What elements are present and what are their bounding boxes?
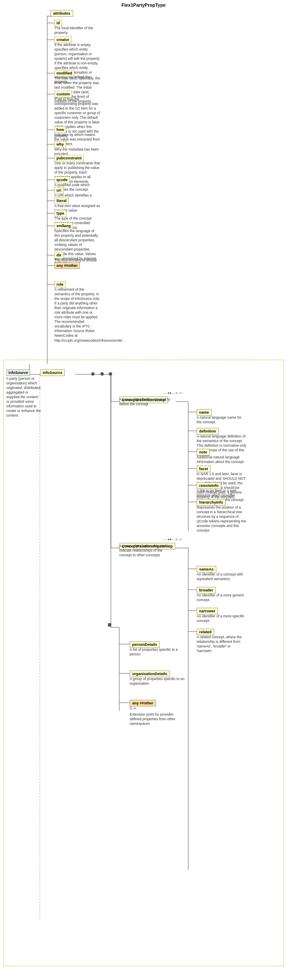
right-note-box: note	[197, 449, 210, 455]
right-hierarchyinfo-box: hierarchyInfo	[197, 499, 226, 506]
attr-how-box: how	[54, 126, 66, 133]
infosource-left-box: infoSource	[6, 369, 30, 376]
attr-role-box: role	[54, 281, 66, 288]
connector-dot-1	[91, 372, 95, 376]
bottom-connector-square	[108, 623, 111, 627]
right-related-desc: A related concept, where the relationshi…	[197, 635, 247, 653]
right-broader-box: broader	[197, 587, 216, 594]
infosource-box: infoSource	[40, 369, 65, 376]
attr-dir-box: dir	[54, 252, 64, 258]
infosource-desc: A party (person or organisation) which o…	[6, 376, 42, 418]
attributes-box: attributes	[50, 10, 73, 17]
concept-def-group-desc: A group of properties required to define…	[119, 397, 174, 407]
right-note-desc: Additional natural language information …	[197, 455, 247, 464]
concept-rel-group-wrapper: ConceptRelationshipsGroup A group of pro…	[119, 543, 174, 557]
right-facet-box: facet	[197, 466, 210, 472]
attr-type-box: type	[54, 210, 67, 217]
attr-id-desc: The local identifier of the property.	[54, 26, 100, 35]
bottom-anyother-desc2: Extension point for provider-defined pro…	[130, 712, 184, 726]
right-name-desc: A natural language name for the concept.	[197, 415, 247, 425]
right-narrower-desc: An identifier of a more specific concept…	[197, 614, 247, 623]
concept-rel-group-desc: A group of properties required to indica…	[119, 544, 174, 558]
attr-qcode-box: qcode	[54, 177, 70, 183]
bottom-anyother-desc: 0..∞	[130, 706, 184, 711]
right-sameas-box: sameAs	[197, 566, 216, 573]
person-details-desc: A list of properties specific to a perso…	[130, 647, 188, 657]
right-narrower-box: narrower	[197, 608, 218, 614]
organisation-details-box: organisationDetails	[130, 670, 170, 677]
attr-custom-box: custom	[54, 91, 72, 97]
attr-why-box: why	[54, 141, 66, 148]
organisation-details-desc: A group of properties specific to an org…	[130, 677, 188, 686]
person-details-box: personDetails	[130, 641, 160, 648]
connector-dot-3	[109, 372, 112, 376]
connector-dot-2	[100, 372, 104, 376]
right-sameas-desc: An identifier of a concept with equivale…	[197, 572, 247, 581]
right-related-box: related	[197, 629, 214, 635]
attr-anyother-box: any ##other	[54, 262, 80, 269]
right-definition-box: definition	[197, 428, 219, 435]
attr-modified-box: modified	[54, 70, 74, 77]
diagram-container: Flex1PartyPropType attributes id The loc…	[0, 0, 287, 980]
attr-creator-box: creator	[54, 36, 72, 43]
right-remoteinfo-box: remoteInfo	[197, 482, 221, 489]
attr-uri-box: uri	[54, 187, 64, 194]
bracket-top	[47, 16, 51, 16]
attr-role-desc: A refinement of the semantics of the pro…	[54, 287, 100, 343]
attr-xmllang-box: xmllang	[54, 223, 73, 229]
concept-def-group-wrapper: ConceptDefinitionGroup A group of proper…	[119, 397, 174, 406]
page-title: Flex1PartyPropType	[0, 3, 287, 8]
right-hierarchyinfo-desc: Represents the position of a concept in …	[197, 505, 247, 533]
rel-group-connector-label: — ●●— 0..∞	[163, 537, 182, 541]
attr-id-box: id	[54, 20, 62, 26]
right-name-box: name	[197, 409, 212, 416]
attr-pubconstraint-box: pubconstraint	[54, 155, 84, 161]
bottom-anyother-box: any ##other	[130, 700, 156, 706]
def-group-connector-label: — ●●— 0..∞	[163, 391, 182, 395]
attr-literal-box: literal	[54, 197, 69, 204]
right-broader-desc: An identifier of a more generic concept.	[197, 593, 247, 602]
